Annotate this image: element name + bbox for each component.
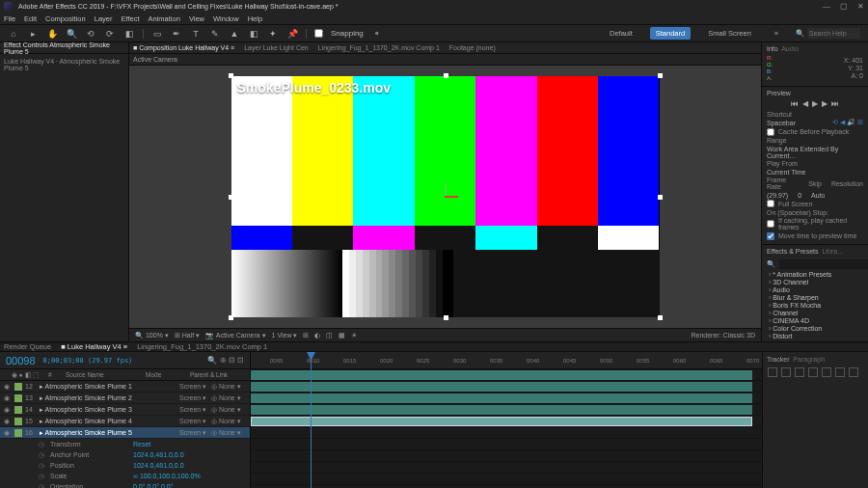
justify-last-right-icon[interactable]: [835, 367, 845, 377]
transform-handle[interactable]: [658, 73, 663, 78]
label-color[interactable]: [14, 406, 22, 414]
tab-render-queue[interactable]: Render Queue: [4, 342, 51, 351]
visibility-toggle-icon[interactable]: ◉: [4, 394, 12, 402]
text-tool-icon[interactable]: T: [190, 28, 202, 40]
resolution-dropdown[interactable]: ⊞ Half ▾: [175, 332, 200, 339]
workspace-small[interactable]: Small Screen: [702, 27, 757, 40]
effects-category[interactable]: Color Correction: [767, 324, 863, 332]
toggle-mask-icon[interactable]: ◐: [314, 332, 320, 339]
timeline-track[interactable]: [251, 474, 762, 485]
stopwatch-icon[interactable]: ◷: [39, 451, 44, 459]
camera-tool-icon[interactable]: ◧: [123, 28, 135, 40]
prev-frame-button[interactable]: ◀: [802, 99, 808, 108]
cachedframes-checkbox[interactable]: [767, 220, 774, 228]
clone-tool-icon[interactable]: ▲: [229, 28, 240, 40]
shortcut-value[interactable]: Spacebar: [767, 120, 796, 126]
timeline-track[interactable]: [251, 427, 762, 439]
timeline-track[interactable]: [251, 439, 762, 450]
align-left-icon[interactable]: [768, 367, 777, 377]
time-ruler[interactable]: 0005001000150020002500300035004000450050…: [251, 352, 762, 369]
hand-tool-icon[interactable]: ✋: [46, 28, 58, 40]
align-right-icon[interactable]: [795, 367, 804, 377]
stopwatch-icon[interactable]: ◷: [39, 441, 44, 448]
viewer-area[interactable]: SmokePlume_0233.mov: [129, 66, 761, 328]
tab-effects-presets[interactable]: Effects & Presets: [767, 248, 819, 255]
menu-animation[interactable]: Animation: [149, 14, 180, 23]
transform-property-row[interactable]: ◷Anchor Point1024.0,481.0,0.0: [0, 449, 250, 460]
visibility-toggle-icon[interactable]: ◉: [4, 406, 12, 414]
timeline-track[interactable]: [251, 393, 762, 404]
menu-help[interactable]: Help: [248, 14, 262, 23]
align-center-icon[interactable]: [781, 367, 791, 377]
last-frame-button[interactable]: ⏭: [831, 99, 839, 108]
timeline-search-icon[interactable]: 🔍 ⊕ ⊟ ⊡: [207, 356, 244, 365]
eraser-tool-icon[interactable]: ◧: [248, 28, 259, 40]
effects-category[interactable]: Distort: [767, 332, 863, 339]
selection-tool-icon[interactable]: ▸: [27, 28, 39, 40]
effects-category[interactable]: CINEMA 4D: [767, 316, 863, 324]
effects-category[interactable]: 3D Channel: [767, 278, 863, 285]
property-value[interactable]: 0.0°,0.0°,0.0°: [133, 483, 173, 488]
current-timecode[interactable]: 00098: [6, 355, 36, 366]
timeline-track[interactable]: [251, 416, 762, 427]
cache-before-checkbox[interactable]: [767, 128, 774, 136]
transform-handle[interactable]: [658, 195, 663, 200]
rotate-tool-icon[interactable]: ⟳: [104, 28, 116, 40]
effects-category[interactable]: Channel: [767, 309, 863, 316]
menu-edit[interactable]: Edit: [24, 14, 37, 23]
transform-property-row[interactable]: ◷Position1024.0,481.0,0.0: [0, 460, 250, 471]
transform-handle[interactable]: [229, 315, 233, 320]
tab-comp-main[interactable]: ■ Composition Luke Hallway V4 ≡: [133, 44, 234, 51]
puppet-tool-icon[interactable]: 📌: [286, 28, 298, 40]
close-button[interactable]: ✕: [857, 2, 864, 11]
search-help-input[interactable]: [807, 28, 860, 39]
toggle-grid-icon[interactable]: ⊞: [303, 332, 309, 339]
tab-paragraph[interactable]: Paragraph: [793, 356, 825, 363]
layer-row[interactable]: ◉15▸ Atmospheric Smoke Plume 4Screen ▾◎ …: [0, 416, 250, 427]
timeline-track[interactable]: [251, 404, 762, 416]
shape-tool-icon[interactable]: ▭: [151, 28, 163, 40]
first-frame-button[interactable]: ⏮: [791, 99, 799, 108]
tab-info[interactable]: Info: [767, 45, 778, 52]
layer-row[interactable]: ◉13▸ Atmospheric Smoke Plume 2Screen ▾◎ …: [0, 393, 250, 404]
region-icon[interactable]: ◫: [326, 332, 333, 339]
menu-file[interactable]: File: [4, 14, 15, 23]
snapping-checkbox[interactable]: [314, 29, 323, 38]
tab-preview[interactable]: Preview: [767, 90, 863, 96]
range-value[interactable]: Work Area Extended By Current…: [767, 146, 863, 159]
visibility-toggle-icon[interactable]: ◉: [4, 418, 12, 425]
fullscreen-checkbox[interactable]: [767, 200, 774, 207]
menu-view[interactable]: View: [189, 14, 204, 23]
transform-handle[interactable]: [444, 315, 448, 320]
timeline-track[interactable]: [251, 450, 762, 462]
snap-option-icon[interactable]: ⚬: [371, 28, 383, 40]
justify-all-icon[interactable]: [849, 367, 858, 377]
tab-footage[interactable]: Footage (none): [449, 44, 496, 51]
menu-composition[interactable]: Composition: [45, 14, 86, 23]
timeline-track[interactable]: [251, 381, 762, 393]
tab-tracker[interactable]: Tracker: [767, 356, 789, 363]
menu-window[interactable]: Window: [213, 14, 239, 23]
menu-effect[interactable]: Effect: [121, 14, 139, 23]
workspace-standard[interactable]: Standard: [650, 27, 691, 40]
timeline-track[interactable]: [251, 369, 762, 381]
orbit-tool-icon[interactable]: ⟲: [85, 28, 96, 40]
play-button[interactable]: ▶: [812, 99, 818, 108]
stopwatch-icon[interactable]: ◷: [39, 483, 44, 489]
stopwatch-icon[interactable]: ◷: [39, 462, 44, 470]
timeline-track[interactable]: [251, 462, 762, 474]
movetime-checkbox[interactable]: [767, 232, 774, 240]
magnification-dropdown[interactable]: 🔍 100% ▾: [135, 332, 169, 339]
composition-canvas[interactable]: SmokePlume_0233.mov: [231, 76, 660, 317]
tab-timeline-fog[interactable]: Lingering_Fog_1_1370_2K.mov Comp 1: [137, 342, 267, 351]
playfrom-value[interactable]: Current Time: [767, 169, 805, 176]
tab-comp-fog[interactable]: Lingering_Fog_1_1370_2K.mov Comp 1: [318, 44, 440, 51]
layer-row[interactable]: ◉14▸ Atmospheric Smoke Plume 3Screen ▾◎ …: [0, 404, 250, 416]
skip-value[interactable]: 0: [798, 192, 801, 199]
property-value[interactable]: ∞ 100.0,100.0,100.0%: [133, 473, 201, 479]
zoom-tool-icon[interactable]: 🔍: [66, 28, 77, 40]
justify-icon[interactable]: [808, 367, 818, 377]
tab-libraries[interactable]: Libra…: [822, 248, 844, 255]
tab-timeline-main[interactable]: ■ Luke Hallway V4 ≡: [61, 342, 127, 351]
effects-category[interactable]: * Animation Presets: [767, 270, 863, 278]
